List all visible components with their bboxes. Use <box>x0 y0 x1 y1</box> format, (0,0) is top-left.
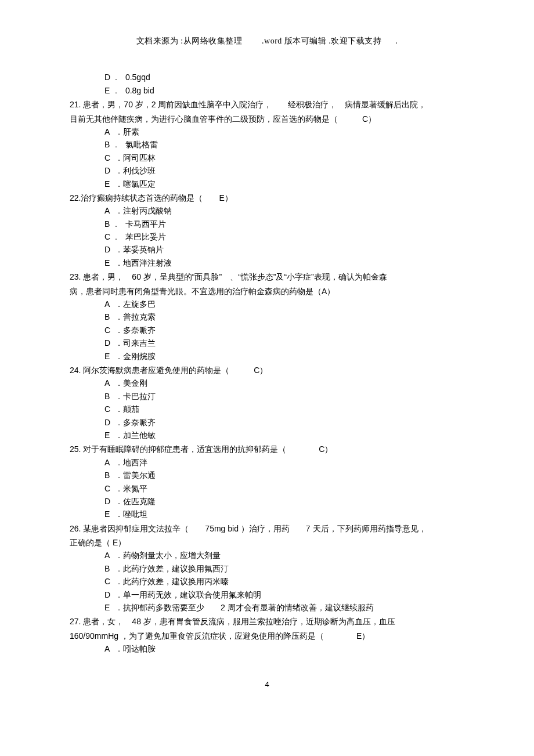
q22-option-e: E．地西泮注射液 <box>70 256 464 269</box>
q24-option-c: C．颠茄 <box>70 403 464 415</box>
q25-option-c: C．米氮平 <box>70 482 464 495</box>
q27-line2: 160/90mmHg ，为了避免加重食管反流症状，应避免使用的降压药是（ E） <box>70 630 464 642</box>
q25-option-a: A．地西泮 <box>70 456 464 469</box>
q24-option-e: E．加兰他敏 <box>70 429 464 442</box>
q26-option-c: C．此药疗效差，建议换用丙米嗪 <box>70 575 464 588</box>
q26-line1: 26. 某患者因抑郁症用文法拉辛（ 75mg bid ）治疗，用药 7 天后，下… <box>70 522 464 535</box>
q27-line1: 27. 患者，女， 48 岁，患有胃食管反流病，服用兰索拉唑治疗，近期诊断为高血… <box>70 615 464 628</box>
header-part1: 文档来源为 :从网络收集整理 <box>136 35 242 48</box>
q23-line1: 23. 患者，男， 60 岁，呈典型的“面具脸” 、“慌张步态”及“小字症”表现… <box>70 270 464 283</box>
header-part2: .word 版本可编辑 .欢迎下载支持 <box>262 35 381 48</box>
q24-option-d: D．多奈哌齐 <box>70 416 464 429</box>
q21-option-d: D．利伐沙班 <box>70 164 464 177</box>
q21-line1: 21. 患者，男，70 岁，2 周前因缺血性脑卒中入院治疗， 经积极治疗， 病情… <box>70 98 464 111</box>
page-number: 4 <box>70 679 464 691</box>
q25-stem: 25. 对于有睡眠障碍的抑郁症患者，适宜选用的抗抑郁药是（ C） <box>70 443 464 455</box>
q20-option-e: E. 0.8g bid <box>70 84 464 97</box>
document-page: 文档来源为 :从网络收集整理 .word 版本可编辑 .欢迎下载支持 . D. … <box>0 0 534 714</box>
q24-stem: 24. 阿尔茨海默病患者应避免使用的药物是（ C） <box>70 364 464 377</box>
q22-option-a: A．注射丙戊酸钠 <box>70 204 464 217</box>
q21-option-a: A．肝素 <box>70 125 464 138</box>
q21-line2: 目前无其他伴随疾病，为进行心脑血管事件的二级预防，应首选的药物是（ C） <box>70 113 464 125</box>
q23-option-a: A．左旋多巴 <box>70 298 464 310</box>
document-header: 文档来源为 :从网络收集整理 .word 版本可编辑 .欢迎下载支持 . <box>70 35 464 48</box>
q23-option-d: D．司来吉兰 <box>70 337 464 349</box>
q21-option-c: C．阿司匹林 <box>70 151 464 164</box>
q26-option-b: B．此药疗效差，建议换用氟西汀 <box>70 562 464 575</box>
q21-option-b: B. 氯吡格雷 <box>70 138 464 151</box>
q23-line2: 病，患者同时患有闭角型青光眼。不宜选用的治疗帕金森病的药物是（A） <box>70 285 464 298</box>
q26-option-a: A．药物剂量太小，应增大剂量 <box>70 549 464 562</box>
q25-option-d: D．佐匹克隆 <box>70 495 464 508</box>
q26-option-d: D．单一用药无效，建议联合使用氟来帕明 <box>70 588 464 601</box>
q25-option-b: B．雷美尔通 <box>70 469 464 482</box>
q22-option-c: C. 苯巴比妥片 <box>70 230 464 243</box>
q20-option-d: D. 0.5gqd <box>70 71 464 84</box>
q23-option-b: B．普拉克索 <box>70 310 464 323</box>
q24-option-a: A．美金刚 <box>70 377 464 389</box>
q25-option-e: E．唑吡坦 <box>70 508 464 520</box>
q26-line2: 正确的是（ E） <box>70 536 464 549</box>
q21-option-e: E．噻氯匹定 <box>70 178 464 190</box>
q27-option-a: A．吲达帕胺 <box>70 642 464 655</box>
header-part3: . <box>395 35 398 48</box>
q22-option-b: B. 卡马西平片 <box>70 218 464 230</box>
q22-option-d: D．苯妥英钠片 <box>70 243 464 256</box>
q22-stem: 22.治疗癫痫持续状态首选的药物是（ E） <box>70 191 464 204</box>
q23-option-e: E．金刚烷胺 <box>70 350 464 363</box>
q26-option-e: E．抗抑郁药多数需要至少 2 周才会有显著的情绪改善，建议继续服药 <box>70 601 464 614</box>
q23-option-c: C．多奈哌齐 <box>70 324 464 337</box>
q24-option-b: B．卡巴拉汀 <box>70 390 464 403</box>
